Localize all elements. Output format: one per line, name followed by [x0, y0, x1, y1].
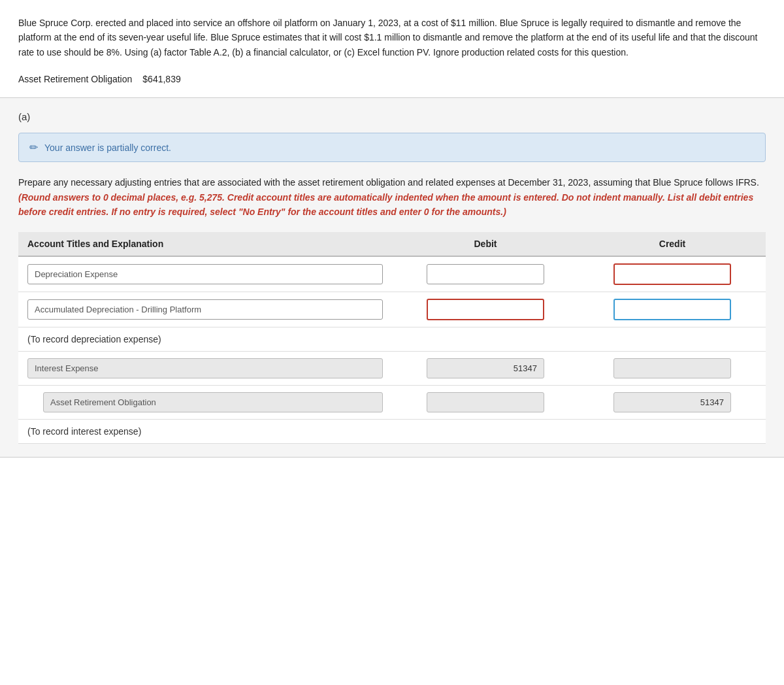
section-a: (a) ✏ Your answer is partially correct. …	[0, 98, 784, 458]
debit-cell	[392, 352, 579, 386]
partial-correct-banner: ✏ Your answer is partially correct.	[18, 133, 766, 162]
col-header-account: Account Titles and Explanation	[18, 232, 392, 256]
aro-label: Asset Retirement Obligation	[18, 74, 132, 84]
col-header-debit: Debit	[392, 232, 579, 256]
col-header-credit: Credit	[579, 232, 766, 256]
debit-input[interactable]	[427, 299, 544, 320]
credit-input[interactable]	[613, 358, 731, 378]
pencil-icon: ✏	[29, 141, 38, 154]
table-header-row: Account Titles and Explanation Debit Cre…	[18, 232, 766, 256]
debit-input[interactable]	[427, 358, 544, 378]
debit-input[interactable]	[427, 392, 544, 412]
account-title-input[interactable]	[27, 299, 383, 320]
problem-description: Blue Spruce Corp. erected and placed int…	[18, 16, 766, 59]
account-cell	[18, 256, 392, 292]
memo-text: (To record depreciation expense)	[18, 327, 766, 352]
credit-input[interactable]	[613, 392, 731, 412]
instructions-red: (Round answers to 0 decimal places, e.g.…	[18, 192, 753, 217]
debit-cell	[392, 256, 579, 292]
table-row	[18, 352, 766, 386]
section-a-label: (a)	[18, 111, 766, 122]
debit-cell	[392, 386, 579, 420]
credit-input[interactable]	[613, 299, 731, 320]
memo-row: (To record interest expense)	[18, 420, 766, 444]
account-title-input[interactable]	[27, 264, 383, 284]
account-title-input[interactable]	[43, 392, 383, 412]
account-cell	[18, 352, 392, 386]
table-row	[18, 256, 766, 292]
credit-input[interactable]	[613, 263, 731, 285]
credit-cell	[579, 352, 766, 386]
memo-text: (To record interest expense)	[18, 420, 766, 444]
debit-cell	[392, 292, 579, 327]
top-section: Blue Spruce Corp. erected and placed int…	[0, 0, 784, 98]
table-row	[18, 292, 766, 327]
table-row	[18, 386, 766, 420]
credit-cell	[579, 292, 766, 327]
account-cell	[18, 386, 392, 420]
instructions: Prepare any necessary adjusting entries …	[18, 175, 766, 219]
partial-correct-text: Your answer is partially correct.	[44, 142, 171, 153]
instructions-plain: Prepare any necessary adjusting entries …	[18, 177, 759, 188]
credit-cell	[579, 256, 766, 292]
journal-table: Account Titles and Explanation Debit Cre…	[18, 232, 766, 444]
account-cell	[18, 292, 392, 327]
debit-input[interactable]	[427, 264, 544, 284]
aro-value: $641,839	[142, 74, 180, 84]
account-title-input[interactable]	[27, 358, 383, 378]
memo-row: (To record depreciation expense)	[18, 327, 766, 352]
credit-cell	[579, 386, 766, 420]
aro-line: Asset Retirement Obligation $641,839	[18, 74, 766, 84]
